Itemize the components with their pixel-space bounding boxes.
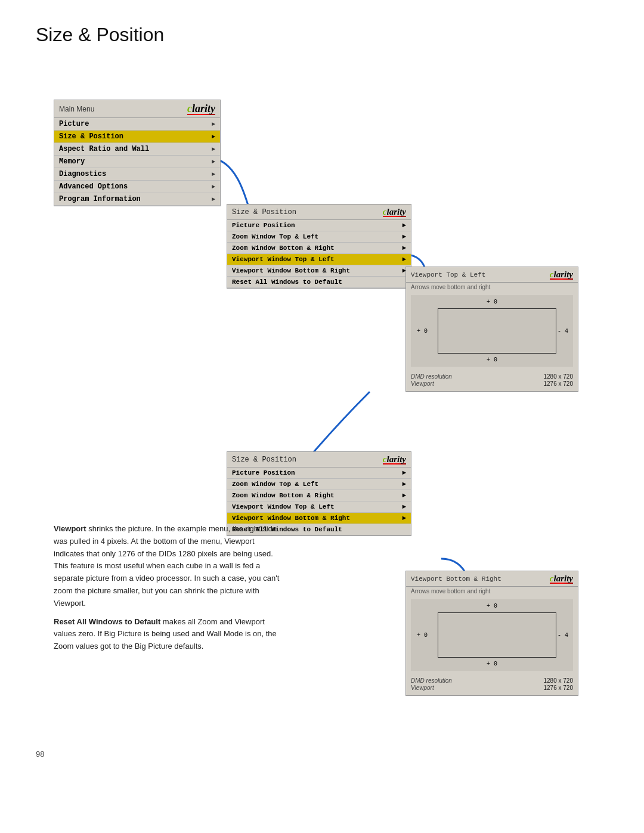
arrow-icon: ► bbox=[212, 196, 215, 203]
submenu-bottom-header: Size & Position clarity bbox=[227, 452, 411, 467]
dmd-resolution-row: DMD resolution 1280 x 720 bbox=[411, 677, 573, 684]
dmd-resolution-row: DMD resolution 1280 x 720 bbox=[411, 373, 573, 380]
submenu-bottom-viewport-top-left[interactable]: Viewport Window Top & Left ► bbox=[227, 501, 411, 513]
arrow-icon: ► bbox=[402, 503, 406, 510]
menu-item-program-info[interactable]: Program Information ► bbox=[54, 193, 220, 206]
arrow-icon: ► bbox=[212, 146, 215, 153]
top-label: + 0 bbox=[487, 603, 497, 609]
bottom-label: + 0 bbox=[487, 357, 497, 363]
submenu-top-reset-all[interactable]: Reset All Windows to Default bbox=[227, 277, 411, 288]
viewport-bottom-right-subtitle: Arrows move bottom and right bbox=[406, 587, 578, 596]
viewport-label: Viewport bbox=[411, 380, 434, 387]
page-number: 98 bbox=[36, 750, 44, 785]
submenu-top-viewport-top-left[interactable]: Viewport Window Top & Left ► bbox=[227, 254, 411, 265]
top-label: + 0 bbox=[487, 299, 497, 305]
submenu-bottom-zoom-bottom-right[interactable]: Zoom Window Bottom & Right ► bbox=[227, 490, 411, 501]
paragraph1: Viewport shrinks the picture. In the exa… bbox=[54, 523, 280, 610]
arrow-icon: ► bbox=[212, 184, 215, 190]
submenu-top-zoom-top-left[interactable]: Zoom Window Top & Left ► bbox=[227, 231, 411, 243]
arrow-icon: ► bbox=[402, 515, 406, 522]
viewport-row: Viewport 1276 x 720 bbox=[411, 380, 573, 387]
dmd-resolution-value: 1280 x 720 bbox=[544, 677, 574, 684]
viewport-value: 1276 x 720 bbox=[544, 380, 574, 387]
viewport-bottom-right-info: DMD resolution 1280 x 720 Viewport 1276 … bbox=[406, 674, 578, 695]
viewport-rect bbox=[438, 612, 556, 658]
main-menu: Main Menu clarity Picture ► Size & Posit… bbox=[54, 100, 221, 206]
arrow-icon: ► bbox=[402, 222, 406, 229]
arrow-icon: ► bbox=[212, 121, 215, 128]
viewport-top-left-subtitle: Arrows move bottom and right bbox=[406, 283, 578, 292]
left-label: + 0 bbox=[417, 632, 428, 639]
arrow-icon: ► bbox=[212, 134, 215, 140]
viewport-value: 1276 x 720 bbox=[544, 685, 574, 691]
submenu-top-viewport-bottom-right[interactable]: Viewport Window Bottom & Right ► bbox=[227, 265, 411, 277]
viewport-top-left-info: DMD resolution 1280 x 720 Viewport 1276 … bbox=[406, 370, 578, 391]
arrow-icon: ► bbox=[212, 171, 215, 178]
dmd-resolution-value: 1280 x 720 bbox=[544, 373, 574, 380]
right-label: - 4 bbox=[558, 632, 568, 639]
arrow-icon: ► bbox=[402, 256, 406, 263]
viewport-row: Viewport 1276 x 720 bbox=[411, 685, 573, 691]
bottom-label: + 0 bbox=[487, 661, 497, 667]
arrow-icon: ► bbox=[402, 469, 406, 476]
viewport-top-left-diagram: + 0 + 0 - 4 + 0 bbox=[411, 295, 573, 367]
main-menu-header: Main Menu clarity bbox=[54, 100, 220, 118]
viewport-bottom-right-diagram: + 0 + 0 - 4 + 0 bbox=[411, 599, 573, 671]
paragraph2: Reset All Windows to Default makes all Z… bbox=[54, 616, 280, 653]
menu-item-size-position[interactable]: Size & Position ► bbox=[54, 131, 220, 143]
arrow-icon: ► bbox=[402, 492, 406, 499]
menu-item-diagnostics[interactable]: Diagnostics ► bbox=[54, 168, 220, 181]
submenu-top-zoom-bottom-right[interactable]: Zoom Window Bottom & Right ► bbox=[227, 243, 411, 254]
dmd-resolution-label: DMD resolution bbox=[411, 373, 452, 380]
main-menu-logo: clarity bbox=[187, 103, 215, 115]
viewport-top-left-panel: Viewport Top & Left clarity Arrows move … bbox=[405, 267, 578, 392]
submenu-top-header: Size & Position clarity bbox=[227, 205, 411, 220]
submenu-bottom-logo: clarity bbox=[383, 454, 406, 465]
dmd-resolution-label: DMD resolution bbox=[411, 677, 452, 684]
arrow-icon: ► bbox=[402, 244, 406, 252]
viewport-top-left-logo: clarity bbox=[550, 270, 573, 280]
right-label: - 4 bbox=[558, 328, 568, 335]
viewport-label: Viewport bbox=[411, 685, 434, 691]
menu-item-memory[interactable]: Memory ► bbox=[54, 156, 220, 168]
arrow-icon: ► bbox=[402, 481, 406, 488]
viewport-bottom-right-header: Viewport Bottom & Right clarity bbox=[406, 571, 578, 587]
page-title: Size & Position bbox=[36, 24, 608, 46]
main-menu-title: Main Menu bbox=[59, 105, 94, 113]
viewport-bottom-right-panel: Viewport Bottom & Right clarity Arrows m… bbox=[405, 571, 578, 696]
body-text: Viewport shrinks the picture. In the exa… bbox=[54, 523, 280, 659]
menu-item-advanced[interactable]: Advanced Options ► bbox=[54, 181, 220, 193]
viewport-bottom-right-logo: clarity bbox=[550, 574, 573, 584]
submenu-top-picture-position[interactable]: Picture Position ► bbox=[227, 220, 411, 231]
submenu-top-logo: clarity bbox=[383, 207, 406, 217]
submenu-bottom-picture-position[interactable]: Picture Position ► bbox=[227, 467, 411, 479]
arrow-icon: ► bbox=[212, 159, 215, 165]
menu-item-picture[interactable]: Picture ► bbox=[54, 118, 220, 131]
menu-item-aspect-ratio[interactable]: Aspect Ratio and Wall ► bbox=[54, 143, 220, 156]
submenu-top: Size & Position clarity Picture Position… bbox=[227, 204, 411, 289]
viewport-rect bbox=[438, 308, 556, 354]
left-label: + 0 bbox=[417, 328, 428, 335]
submenu-bottom-zoom-top-left[interactable]: Zoom Window Top & Left ► bbox=[227, 479, 411, 490]
arrow-icon: ► bbox=[402, 233, 406, 240]
viewport-top-left-header: Viewport Top & Left clarity bbox=[406, 267, 578, 283]
